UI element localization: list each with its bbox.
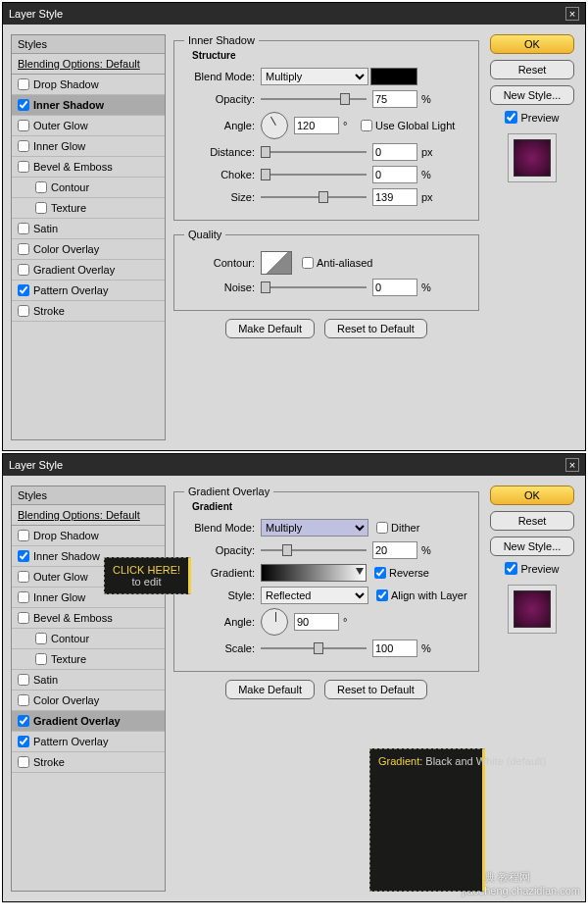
style-checkbox[interactable]	[18, 223, 29, 234]
style-item-bevel-emboss[interactable]: Bevel & Emboss	[12, 608, 165, 629]
scale-input[interactable]	[372, 640, 417, 657]
style-checkbox[interactable]	[18, 120, 29, 131]
style-checkbox[interactable]	[18, 99, 29, 111]
distance-input[interactable]	[372, 143, 417, 161]
style-checkbox[interactable]	[35, 181, 47, 193]
style-checkbox[interactable]	[18, 243, 29, 255]
style-item-label: Contour	[51, 633, 89, 644]
style-checkbox[interactable]	[18, 674, 29, 686]
noise-input[interactable]	[372, 279, 417, 296]
style-checkbox[interactable]	[18, 305, 29, 317]
style-item-pattern-overlay[interactable]: Pattern Overlay	[12, 732, 165, 752]
style-checkbox[interactable]	[18, 591, 29, 603]
dither-checkbox[interactable]: Dither	[376, 522, 419, 534]
anti-aliased-checkbox[interactable]: Anti-aliased	[302, 257, 372, 269]
noise-slider[interactable]	[261, 281, 367, 294]
style-checkbox[interactable]	[18, 694, 29, 706]
reset-button[interactable]: Reset	[490, 60, 574, 79]
new-style-button[interactable]: New Style...	[490, 537, 574, 556]
use-global-light-checkbox[interactable]: Use Global Light	[361, 120, 455, 131]
distance-label: Distance:	[184, 146, 255, 158]
style-item-contour[interactable]: Contour	[12, 629, 165, 649]
style-item-drop-shadow[interactable]: Drop Shadow	[12, 75, 165, 95]
style-checkbox[interactable]	[18, 736, 29, 747]
style-item-outer-glow[interactable]: Outer Glow	[12, 116, 165, 136]
style-item-texture[interactable]: Texture	[12, 198, 165, 219]
opacity-input[interactable]	[372, 90, 417, 108]
style-checkbox[interactable]	[18, 612, 29, 624]
reverse-checkbox[interactable]: Reverse	[374, 567, 429, 579]
style-checkbox[interactable]	[18, 571, 29, 583]
contour-picker[interactable]	[261, 251, 292, 275]
preview-checkbox[interactable]: Preview	[505, 111, 559, 124]
opacity-slider[interactable]	[261, 92, 367, 106]
style-checkbox[interactable]	[35, 653, 47, 665]
style-item-texture[interactable]: Texture	[12, 649, 165, 670]
style-checkbox[interactable]	[18, 78, 29, 90]
styles-header[interactable]: Styles	[12, 486, 165, 505]
opacity-slider[interactable]	[261, 543, 367, 557]
reset-button[interactable]: Reset	[490, 511, 574, 531]
angle-unit: °	[343, 616, 361, 628]
align-checkbox[interactable]: Align with Layer	[376, 589, 467, 601]
style-select[interactable]: Reflected	[261, 587, 368, 604]
style-item-inner-glow[interactable]: Inner Glow	[12, 136, 165, 157]
distance-slider[interactable]	[261, 145, 367, 159]
style-item-bevel-emboss[interactable]: Bevel & Emboss	[12, 157, 165, 178]
style-item-satin[interactable]: Satin	[12, 670, 165, 691]
preview-box	[508, 133, 557, 182]
choke-input[interactable]	[372, 166, 417, 183]
opacity-input[interactable]	[372, 541, 417, 559]
style-item-gradient-overlay[interactable]: Gradient Overlay	[12, 711, 165, 732]
styles-header[interactable]: Styles	[12, 35, 165, 54]
style-checkbox[interactable]	[18, 161, 29, 173]
blend-mode-select[interactable]: Multiply	[261, 68, 368, 85]
style-checkbox[interactable]	[18, 715, 29, 727]
opacity-label: Opacity:	[184, 544, 255, 556]
style-checkbox[interactable]	[18, 140, 29, 152]
ok-button[interactable]: OK	[490, 34, 574, 54]
blend-mode-select[interactable]: Multiply	[261, 519, 368, 537]
style-item-stroke[interactable]: Stroke	[12, 301, 165, 322]
style-checkbox[interactable]	[18, 756, 29, 768]
style-item-gradient-overlay[interactable]: Gradient Overlay	[12, 260, 165, 281]
titlebar: Layer Style ×	[3, 454, 585, 476]
style-item-color-overlay[interactable]: Color Overlay	[12, 239, 165, 260]
reset-default-button[interactable]: Reset to Default	[324, 319, 427, 338]
ok-button[interactable]: OK	[490, 486, 574, 505]
make-default-button[interactable]: Make Default	[225, 680, 315, 699]
choke-slider[interactable]	[261, 168, 367, 181]
reset-default-button[interactable]: Reset to Default	[324, 680, 427, 699]
style-item-contour[interactable]: Contour	[12, 178, 165, 198]
preview-checkbox[interactable]: Preview	[505, 562, 559, 575]
angle-dial[interactable]	[261, 112, 288, 139]
style-item-stroke[interactable]: Stroke	[12, 752, 165, 773]
style-item-color-overlay[interactable]: Color Overlay	[12, 691, 165, 711]
blending-options[interactable]: Blending Options: Default	[12, 505, 165, 526]
style-checkbox[interactable]	[18, 284, 29, 296]
close-icon[interactable]: ×	[565, 458, 579, 472]
gradient-picker[interactable]	[261, 564, 367, 582]
make-default-button[interactable]: Make Default	[225, 319, 315, 338]
preview-swatch	[514, 590, 551, 628]
angle-input[interactable]	[294, 613, 339, 631]
style-checkbox[interactable]	[18, 264, 29, 276]
shadow-color-swatch[interactable]	[370, 68, 417, 85]
size-input[interactable]	[372, 188, 417, 206]
style-checkbox[interactable]	[35, 202, 47, 214]
style-item-drop-shadow[interactable]: Drop Shadow	[12, 526, 165, 546]
style-item-pattern-overlay[interactable]: Pattern Overlay	[12, 281, 165, 301]
blending-options[interactable]: Blending Options: Default	[12, 54, 165, 75]
style-item-label: Inner Shadow	[33, 99, 104, 111]
style-item-satin[interactable]: Satin	[12, 219, 165, 239]
close-icon[interactable]: ×	[565, 7, 579, 21]
scale-slider[interactable]	[261, 641, 367, 655]
style-checkbox[interactable]	[18, 550, 29, 562]
style-item-inner-shadow[interactable]: Inner Shadow	[12, 95, 165, 116]
style-checkbox[interactable]	[18, 530, 29, 541]
style-checkbox[interactable]	[35, 633, 47, 644]
angle-dial[interactable]	[261, 608, 288, 636]
angle-input[interactable]	[294, 117, 339, 134]
size-slider[interactable]	[261, 190, 367, 204]
new-style-button[interactable]: New Style...	[490, 85, 574, 105]
